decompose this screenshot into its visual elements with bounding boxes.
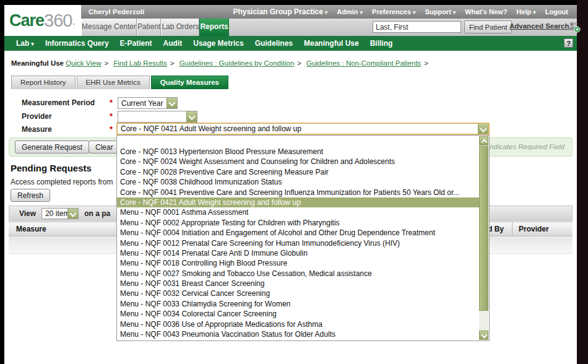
dropdown-option[interactable]: Menu - NQF 0033 Chlamydia Screening for … <box>117 299 479 309</box>
scroll-down-icon[interactable] <box>479 331 488 340</box>
measurement-period-select[interactable]: Current Year <box>118 97 178 109</box>
main-nav: ? Lab▾ Informatics Query▾ E-Patient▾ Aud… <box>4 36 577 51</box>
dropdown-option[interactable]: Menu - NQF 0014 Prenatal Care Anti D Imm… <box>117 248 479 258</box>
dropdown-option[interactable]: Menu - NQF 0032 Cervical Cancer Screenin… <box>117 288 479 298</box>
provider-select[interactable] <box>118 111 197 123</box>
nav-item[interactable]: Lab▾ <box>11 39 40 48</box>
dropdown-option[interactable]: Core - NQF 0038 Childhood Immunization S… <box>117 177 479 187</box>
report-subtabs: Report History EHR Use Metrics Quality M… <box>11 76 230 89</box>
nav-item[interactable]: Informatics Query▾ <box>40 39 115 48</box>
topbar-menu-item[interactable]: Physician Group Practice▾ <box>233 7 327 16</box>
breadcrumb-link[interactable]: Guidelines : Non-Compliant Patients <box>306 59 421 67</box>
chevron-down-icon: ▾ <box>413 9 416 15</box>
provider-label: Provider <box>22 111 52 122</box>
topbar-menu-item[interactable]: Preferences▾ <box>372 8 416 15</box>
dropdown-option[interactable]: Menu - NQF 0036 Use of Appropriate Medic… <box>117 319 479 329</box>
breadcrumb: Meaningful Use Quick View> Find Lab Resu… <box>11 59 431 67</box>
topbar-menu-item[interactable]: Admin▾ <box>337 8 363 15</box>
chevron-down-icon: ▾ <box>533 9 536 15</box>
help-icon[interactable]: ? <box>564 38 573 48</box>
app-window: Care360. Cheryl Pederzoli Physician Grou… <box>4 5 577 364</box>
logo-dot: . <box>72 14 76 28</box>
breadcrumb-separator: > <box>170 59 175 67</box>
screen-edge <box>577 0 588 364</box>
dropdown-scrollbar[interactable] <box>479 136 488 340</box>
view-suffix-text: on a pa <box>84 209 110 218</box>
dropdown-option[interactable]: Menu - NQF 0031 Breast Cancer Screening <box>117 279 479 288</box>
patient-search-icon[interactable] <box>568 20 581 33</box>
advanced-search-link[interactable]: Advanced Search <box>509 22 569 30</box>
required-marker: * <box>110 124 113 135</box>
report-subtab[interactable]: Quality Measures <box>151 76 228 89</box>
measure-value: Core - NQF 0421 Adult Weight screening a… <box>118 124 478 133</box>
dropdown-option[interactable]: Menu - NQF 0012 Prenatal Care Screening … <box>117 238 479 248</box>
dropdown-option[interactable]: Menu - NQF 0002 Appropriate Testing for … <box>117 218 479 228</box>
topbar-menu-item[interactable]: Help▾ <box>516 8 535 15</box>
chevron-down-icon: ▾ <box>360 9 363 15</box>
dropdown-option[interactable]: Menu - NQF 0004 Initiation and Engagemen… <box>117 228 479 238</box>
nav-item[interactable]: Audit▾ <box>158 39 188 48</box>
chevron-down-icon: ▾ <box>453 9 456 15</box>
dropdown-option[interactable]: Core - NQF 0024 Weight Assessment and Co… <box>117 157 479 167</box>
chevron-down-icon[interactable] <box>478 124 488 134</box>
dropdown-option[interactable]: Core - NQF 0013 Hypertension Blood Press… <box>117 147 479 157</box>
primary-tab[interactable]: Reports <box>199 19 228 36</box>
breadcrumb-separator: > <box>424 59 428 67</box>
generate-request-button[interactable]: Generate Request <box>15 141 89 154</box>
scroll-up-icon[interactable] <box>479 136 488 145</box>
dropdown-option[interactable]: Menu - NQF 0034 Colorectal Cancer Screen… <box>117 309 479 319</box>
breadcrumb-separator: > <box>105 59 109 67</box>
dropdown-option[interactable]: Core - NQF 0421 Adult Weight screening a… <box>117 197 479 207</box>
dropdown-option[interactable]: Menu - NQF 0018 Controlling High Blood P… <box>117 258 479 268</box>
find-patient-button[interactable]: Find Patient <box>464 20 512 33</box>
nav-item[interactable]: Guidelines▾ <box>249 39 298 48</box>
dropdown-option[interactable]: Menu - NQF 0001 Asthma Assessment <box>117 207 479 217</box>
primary-tab[interactable]: Lab Orders <box>161 19 199 36</box>
measurement-period-value: Current Year <box>118 99 166 108</box>
chevron-down-icon[interactable] <box>186 111 197 122</box>
topbar-menu-item[interactable]: What's New?▾ <box>465 8 507 15</box>
chevron-down-icon: ▾ <box>325 9 328 15</box>
measure-label: Measure <box>22 124 52 135</box>
dropdown-option[interactable]: Menu - NQF 0043 Pneumonia Vaccination St… <box>117 329 479 339</box>
care360-logo: Care360. <box>4 5 81 36</box>
breadcrumb-link[interactable]: Guidelines : Guidelines by Condition <box>179 59 294 67</box>
primary-tab[interactable]: Patient <box>137 19 161 36</box>
topbar-menu-item[interactable]: Support▾ <box>425 8 456 15</box>
patient-search-input[interactable] <box>373 21 461 33</box>
report-subtab[interactable]: Report History <box>11 76 76 89</box>
items-per-page-select[interactable]: 20 items <box>41 208 79 219</box>
required-marker: * <box>110 97 113 108</box>
scrollbar-thumb[interactable] <box>479 146 488 311</box>
report-subtab[interactable]: EHR Use Metrics <box>77 76 150 89</box>
topbar: Cheryl Pederzoli Physician Group Practic… <box>81 5 577 19</box>
primary-tab[interactable]: Message Center <box>81 19 137 36</box>
measure-options: Core - NQF 0013 Hypertension Blood Press… <box>117 136 479 339</box>
breadcrumb-link[interactable]: Quick View <box>66 59 101 67</box>
nav-item[interactable]: Billing▾ <box>365 39 399 48</box>
nav-item[interactable]: Usage Metrics▾ <box>188 39 249 48</box>
nav-item[interactable]: Meaningful Use▾ <box>298 39 365 48</box>
dropdown-option[interactable]: Core - NQF 0028 Preventive Care and Scre… <box>117 167 479 177</box>
dropdown-option[interactable]: Menu - NQF 0027 Smoking and Tobacco Use … <box>117 269 479 279</box>
view-label: View <box>19 209 36 218</box>
table-header-provider[interactable]: Provider <box>512 222 573 236</box>
dropdown-option[interactable]: Core - NQF 0041 Preventive Care and Scre… <box>117 188 479 197</box>
topbar-menu-item[interactable]: Logout▾ <box>545 8 568 15</box>
logo-360-text: 360 <box>44 11 72 31</box>
breadcrumb-separator: > <box>297 59 301 67</box>
breadcrumb-link[interactable]: Find Lab Results <box>113 59 166 67</box>
user-name: Cheryl Pederzoli <box>81 8 144 15</box>
logo-care-text: Care <box>9 11 44 30</box>
measure-combobox[interactable]: Core - NQF 0421 Adult Weight screening a… <box>116 123 490 135</box>
refresh-button[interactable]: Refresh <box>11 189 50 202</box>
pending-requests-title: Pending Requests <box>11 163 92 173</box>
required-field-note: Indicates Required Field <box>488 143 564 150</box>
pending-requests-subtitle: Access completed reports from <box>11 178 117 186</box>
chevron-down-icon[interactable] <box>67 209 78 219</box>
nav-item[interactable]: E-Patient▾ <box>115 39 158 48</box>
required-marker: * <box>110 111 113 122</box>
clear-button[interactable]: Clear <box>89 141 120 154</box>
chevron-down-icon[interactable] <box>166 98 177 108</box>
breadcrumb-current: Meaningful Use <box>11 59 64 67</box>
